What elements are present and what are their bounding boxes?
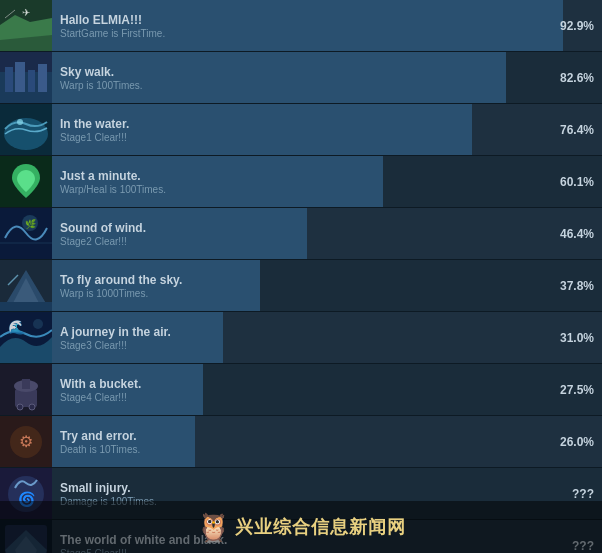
achievement-desc: Warp is 100Times.	[60, 80, 552, 91]
achievement-name: Sky walk.	[60, 65, 552, 79]
achievement-percent: 92.9%	[560, 19, 602, 33]
svg-point-13	[17, 119, 23, 125]
achievement-row: With a bucket.Stage4 Clear!!!27.5%	[0, 364, 602, 416]
achievement-desc: StartGame is FirstTime.	[60, 28, 552, 39]
achievement-desc: Warp is 1000Times.	[60, 288, 552, 299]
achievement-row: To fly around the sky.Warp is 1000Times.…	[0, 260, 602, 312]
watermark-overlay: 🦉 兴业综合信息新闻网	[0, 501, 602, 553]
achievement-thumbnail: 🌊	[0, 312, 52, 364]
achievement-row: In the water.Stage1 Clear!!!76.4%	[0, 104, 602, 156]
achievement-info: Sound of wind.Stage2 Clear!!!	[52, 217, 560, 251]
achievement-icon: ⚙	[0, 416, 52, 468]
achievement-row: 🌊 A journey in the air.Stage3 Clear!!!31…	[0, 312, 602, 364]
svg-text:✈: ✈	[22, 7, 30, 18]
achievements-list: ✈ Hallo ELMIA!!!StartGame is FirstTime.9…	[0, 0, 602, 553]
svg-text:⚙: ⚙	[19, 433, 33, 450]
achievement-percent: 76.4%	[560, 123, 602, 137]
achievement-percent: 31.0%	[560, 331, 602, 345]
achievement-percent: ???	[564, 487, 602, 501]
svg-rect-8	[15, 62, 25, 92]
svg-text:🌿: 🌿	[25, 218, 37, 230]
owl-icon: 🦉	[196, 511, 231, 544]
svg-text:🌊: 🌊	[8, 319, 26, 336]
achievement-info: Hallo ELMIA!!!StartGame is FirstTime.	[52, 9, 560, 43]
svg-rect-9	[28, 70, 35, 92]
achievement-name: Try and error.	[60, 429, 552, 443]
achievement-icon	[0, 52, 52, 104]
svg-point-24	[33, 319, 43, 329]
achievement-icon	[0, 260, 52, 312]
watermark-text: 兴业综合信息新闻网	[235, 515, 406, 539]
achievement-info: Try and error.Death is 10Times.	[52, 425, 560, 459]
svg-point-12	[4, 118, 48, 150]
achievement-row: 🌿 Sound of wind.Stage2 Clear!!!46.4%	[0, 208, 602, 260]
achievement-info: Just a minute.Warp/Heal is 100Times.	[52, 165, 560, 199]
achievement-percent: 37.8%	[560, 279, 602, 293]
achievement-info: To fly around the sky.Warp is 1000Times.	[52, 269, 560, 303]
achievement-name: Sound of wind.	[60, 221, 552, 235]
achievement-desc: Warp/Heal is 100Times.	[60, 184, 552, 195]
achievement-row: Just a minute.Warp/Heal is 100Times.60.1…	[0, 156, 602, 208]
svg-rect-29	[22, 379, 30, 389]
achievement-desc: Stage1 Clear!!!	[60, 132, 552, 143]
achievement-info: With a bucket.Stage4 Clear!!!	[52, 373, 560, 407]
svg-rect-21	[0, 302, 52, 312]
achievement-info: Sky walk.Warp is 100Times.	[52, 61, 560, 95]
achievement-name: A journey in the air.	[60, 325, 552, 339]
achievement-desc: Stage2 Clear!!!	[60, 236, 552, 247]
achievement-icon	[0, 104, 52, 156]
achievement-name: Hallo ELMIA!!!	[60, 13, 552, 27]
achievement-info: In the water.Stage1 Clear!!!	[52, 113, 560, 147]
achievement-percent: 27.5%	[560, 383, 602, 397]
achievement-icon: 🌊	[0, 312, 52, 364]
achievement-thumbnail: ✈	[0, 0, 52, 52]
achievement-row: ⚙ Try and error.Death is 10Times.26.0%	[0, 416, 602, 468]
svg-rect-7	[5, 67, 13, 92]
achievement-row: ✈ Hallo ELMIA!!!StartGame is FirstTime.9…	[0, 0, 602, 52]
achievement-thumbnail	[0, 364, 52, 416]
achievement-name: In the water.	[60, 117, 552, 131]
achievement-percent: 60.1%	[560, 175, 602, 189]
achievement-thumbnail: 🌿	[0, 208, 52, 260]
achievement-thumbnail	[0, 156, 52, 208]
svg-point-30	[17, 404, 23, 410]
achievement-thumbnail	[0, 52, 52, 104]
achievement-name: To fly around the sky.	[60, 273, 552, 287]
achievement-desc: Death is 10Times.	[60, 444, 552, 455]
svg-point-31	[29, 404, 35, 410]
svg-rect-10	[38, 64, 47, 92]
achievement-icon: ✈	[0, 0, 52, 52]
achievement-percent: 26.0%	[560, 435, 602, 449]
achievement-percent: 46.4%	[560, 227, 602, 241]
achievement-desc: Stage4 Clear!!!	[60, 392, 552, 403]
achievement-desc: Stage3 Clear!!!	[60, 340, 552, 351]
achievement-icon	[0, 364, 52, 416]
achievement-thumbnail	[0, 260, 52, 312]
achievement-icon	[0, 156, 52, 208]
achievement-name: With a bucket.	[60, 377, 552, 391]
achievement-name: Small injury.	[60, 481, 556, 495]
achievement-row: Sky walk.Warp is 100Times.82.6%	[0, 52, 602, 104]
achievement-thumbnail: ⚙	[0, 416, 52, 468]
achievement-name: Just a minute.	[60, 169, 552, 183]
achievement-icon: 🌿	[0, 208, 52, 260]
achievement-info: A journey in the air.Stage3 Clear!!!	[52, 321, 560, 355]
achievement-thumbnail	[0, 104, 52, 156]
achievement-percent: 82.6%	[560, 71, 602, 85]
